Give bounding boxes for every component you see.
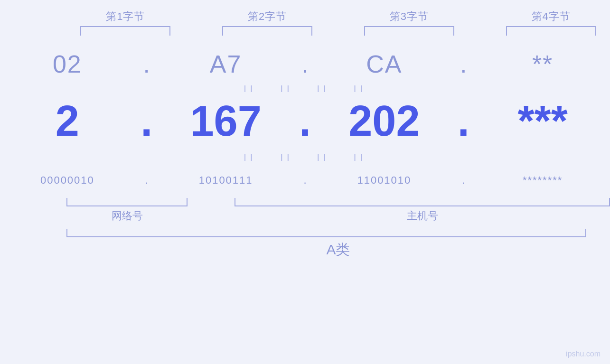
eq1-3: II <box>317 84 330 94</box>
equals-row1: II II II II <box>244 81 366 97</box>
dec-dot2: . <box>293 100 317 142</box>
hex-val3: CA <box>317 50 452 78</box>
hex-dot1: . <box>135 50 159 78</box>
dec-row: 10 进制 2 . 167 . 202 . *** <box>0 97 610 145</box>
net-bracket <box>66 198 188 206</box>
bottom-brackets <box>0 198 610 206</box>
labels-row: 网络号 主机号 <box>0 209 610 223</box>
hex-dot3: . <box>451 50 475 78</box>
top-bracket-3 <box>364 26 454 36</box>
eq1-4: II <box>354 84 366 94</box>
eq1-1: II <box>244 84 256 94</box>
class-label-row: A类 <box>0 240 610 260</box>
top-bracket-2 <box>222 26 312 36</box>
bin-dot1: . <box>135 174 159 187</box>
byte3-header: 第3字节 <box>350 9 469 24</box>
host-bracket <box>235 198 610 206</box>
eq2-2: II <box>280 152 293 163</box>
hex-val1: 02 <box>0 50 135 78</box>
dec-dot1: . <box>135 100 159 142</box>
byte2-header: 第2字节 <box>208 9 327 24</box>
bin-val3: 11001010 <box>317 174 452 187</box>
class-bracket <box>66 229 586 237</box>
class-bracket-row <box>0 229 610 237</box>
bin-row: 2 进制 00000010 . 10100111 . 11001010 . **… <box>0 168 610 192</box>
byte1-header: 第1字节 <box>66 9 185 24</box>
eq1-2: II <box>280 84 293 94</box>
hex-val2: A7 <box>159 50 293 78</box>
byte4-header: 第4字节 <box>492 9 610 24</box>
top-bracket-4 <box>506 26 596 36</box>
eq2-4: II <box>354 152 366 163</box>
hex-row: 16 进制 02 . A7 . CA . ** <box>0 47 610 81</box>
header-row: 第1字节 第2字节 第3字节 第4字节 <box>0 9 610 24</box>
eq2-3: II <box>317 152 330 163</box>
main-container: 第1字节 第2字节 第3字节 第4字节 16 进制 02 . A7 . CA .… <box>0 0 610 364</box>
dec-val2: 167 <box>159 100 293 142</box>
dec-val3: 202 <box>317 100 452 142</box>
bin-val2: 10100111 <box>159 174 293 187</box>
dec-dot3: . <box>451 100 475 142</box>
hex-dot2: . <box>293 50 317 78</box>
hex-val4: ** <box>475 50 610 78</box>
dec-val1: 2 <box>0 100 135 142</box>
eq2-1: II <box>244 152 256 163</box>
bin-dot2: . <box>293 174 317 187</box>
bin-val4: ******** <box>475 174 610 187</box>
equals-row2: II II II II <box>244 149 366 166</box>
host-label: 主机号 <box>235 209 610 223</box>
class-label: A类 <box>78 240 598 260</box>
top-bracket-row <box>0 26 610 36</box>
top-bracket-1 <box>80 26 170 36</box>
watermark: ipshu.com <box>566 350 601 358</box>
bin-val1: 00000010 <box>0 174 135 187</box>
bin-dot3: . <box>451 174 475 187</box>
dec-val4: *** <box>475 100 610 142</box>
net-label: 网络号 <box>66 209 188 223</box>
